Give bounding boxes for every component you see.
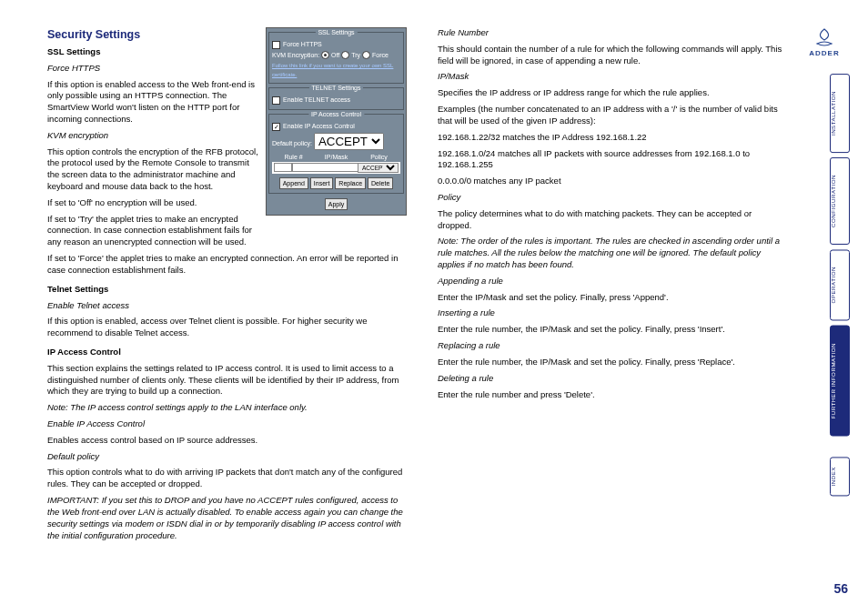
telnet-enable-term: Enable Telnet access bbox=[47, 300, 407, 312]
body-text: The policy determines what to do with ma… bbox=[438, 208, 783, 232]
ipac-enable-term: Enable IP Access Control bbox=[47, 418, 407, 430]
body-text: Enables access control based on IP sourc… bbox=[47, 435, 407, 447]
row-policy-select[interactable]: ACCEPT bbox=[358, 163, 399, 173]
body-text: Specifies the IP address or IP address r… bbox=[438, 87, 783, 99]
tab-further-information[interactable]: FURTHER INFORMATION bbox=[830, 326, 850, 437]
replace-term: Replacing a rule bbox=[438, 340, 783, 352]
body-text: Enter the rule number and press 'Delete'… bbox=[438, 389, 783, 401]
ipmask-input[interactable] bbox=[292, 163, 359, 172]
tab-installation[interactable]: INSTALLATION bbox=[830, 74, 850, 153]
settings-dialog: SSL Settings Force HTTPS KVM Encryption:… bbox=[266, 27, 407, 216]
ipmask-term: IP/Mask bbox=[438, 71, 783, 83]
telnet-heading: Telnet Settings bbox=[47, 284, 407, 296]
kvm-off-radio[interactable] bbox=[321, 51, 329, 59]
ipac-important: IMPORTANT: If you set this to DROP and y… bbox=[47, 495, 407, 541]
body-text: This section explains the settings relat… bbox=[47, 363, 407, 398]
rules-header: Rule # IP/Mask Policy bbox=[272, 153, 400, 161]
apply-button[interactable]: Apply bbox=[325, 198, 348, 210]
default-policy-select[interactable]: ACCEPT bbox=[314, 133, 384, 150]
panel-title: TELNET Settings bbox=[309, 84, 364, 92]
append-button[interactable]: Append bbox=[279, 177, 308, 189]
kvm-force-radio[interactable] bbox=[362, 51, 370, 59]
tab-index[interactable]: INDEX bbox=[830, 457, 850, 496]
ssl-cert-link[interactable]: Follow this link if you want to create y… bbox=[272, 63, 393, 76]
default-policy-label: Default policy: bbox=[272, 140, 312, 146]
rule-input-row: ACCEPT bbox=[272, 162, 400, 174]
replace-button[interactable]: Replace bbox=[335, 177, 366, 189]
adder-logo-icon bbox=[812, 27, 836, 47]
ssl-panel: SSL Settings Force HTTPS KVM Encryption:… bbox=[268, 32, 404, 84]
body-text: If set to 'Off' no encryption will be us… bbox=[47, 197, 264, 209]
policy-term: Policy bbox=[438, 192, 783, 204]
body-text: Enter the rule number, the IP/Mask and s… bbox=[438, 357, 783, 368]
telnet-panel: TELNET Settings Enable TELNET access bbox=[268, 87, 404, 110]
body-text: If set to 'Try' the applet tries to make… bbox=[47, 214, 264, 248]
body-text: This option controls what to do with arr… bbox=[47, 467, 407, 490]
body-text: Examples (the number concatenated to an … bbox=[438, 104, 783, 127]
body-text: If this option is enabled, access over T… bbox=[47, 316, 407, 339]
enable-telnet-label: Enable TELNET access bbox=[283, 96, 350, 103]
enable-telnet-checkbox[interactable] bbox=[272, 96, 280, 105]
insert-term: Inserting a rule bbox=[438, 307, 783, 319]
kvm-try-radio[interactable] bbox=[341, 51, 349, 59]
force-https-checkbox[interactable] bbox=[272, 41, 280, 49]
sidebar: ADDER INSTALLATION CONFIGURATION OPERATI… bbox=[797, 27, 852, 500]
ipac-heading: IP Access Control bbox=[47, 347, 407, 358]
tab-operation[interactable]: OPERATION bbox=[830, 249, 850, 320]
body-text: This should contain the number of a rule… bbox=[438, 44, 783, 67]
ipac-panel: IP Access Control Enable IP Access Contr… bbox=[268, 114, 404, 194]
enable-ipac-checkbox[interactable] bbox=[272, 123, 280, 131]
brand-logo: ADDER bbox=[797, 27, 852, 57]
brand-name: ADDER bbox=[809, 49, 839, 57]
body-text: Enter the IP/Mask and set the policy. Fi… bbox=[438, 292, 783, 304]
example-text: 0.0.0.0/0 matches any IP packet bbox=[438, 176, 783, 187]
page-number: 56 bbox=[833, 581, 848, 596]
policy-note: Note: The order of the rules is importan… bbox=[438, 236, 783, 270]
body-text: If this option is enabled access to the … bbox=[47, 79, 264, 126]
ipac-note: Note: The IP access control settings app… bbox=[47, 402, 407, 414]
body-text: This option controls the encryption of t… bbox=[47, 146, 264, 193]
body-text: Enter the rule number, the IP/Mask and s… bbox=[438, 324, 783, 336]
default-policy-term: Default policy bbox=[47, 451, 407, 463]
tab-configuration[interactable]: CONFIGURATION bbox=[830, 157, 850, 245]
panel-title: SSL Settings bbox=[315, 28, 357, 36]
insert-button[interactable]: Insert bbox=[310, 177, 334, 189]
kvm-enc-label: KVM Encryption: bbox=[272, 52, 319, 58]
enable-ipac-label: Enable IP Access Control bbox=[283, 123, 355, 129]
kvm-term: KVM encryption bbox=[47, 130, 264, 142]
panel-title: IP Access Control bbox=[308, 110, 364, 118]
append-term: Appending a rule bbox=[438, 276, 783, 287]
example-text: 192.168.1.22/32 matches the IP Address 1… bbox=[438, 132, 783, 144]
body-text: If set to 'Force' the applet tries to ma… bbox=[47, 253, 407, 277]
example-text: 192.168.1.0/24 matches all IP packets wi… bbox=[438, 148, 783, 172]
delete-term: Deleting a rule bbox=[438, 373, 783, 385]
rule-number-input[interactable] bbox=[274, 163, 292, 172]
rule-number-term: Rule Number bbox=[438, 27, 783, 39]
force-https-label: Force HTTPS bbox=[283, 41, 322, 47]
delete-button[interactable]: Delete bbox=[368, 177, 393, 189]
